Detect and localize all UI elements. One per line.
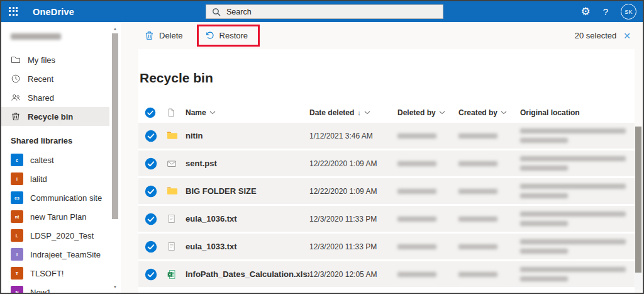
sidebar-nav: My files Recent Shared Recycle bin <box>1 50 121 126</box>
clear-selection-icon[interactable]: ✕ <box>623 31 631 40</box>
deleted-by-redacted <box>397 189 436 194</box>
scroll-up-icon[interactable]: ▲ <box>113 26 118 32</box>
library-label: New1 <box>30 288 51 294</box>
list-scrollbar[interactable] <box>635 127 641 290</box>
sidebar-scrollbar-thumb[interactable] <box>112 33 118 219</box>
settings-gear-icon[interactable]: ⚙ <box>580 6 590 17</box>
file-name[interactable]: nitin <box>186 131 309 140</box>
selected-check-icon[interactable] <box>145 213 157 225</box>
chevron-down-icon <box>364 111 370 115</box>
help-icon[interactable]: ? <box>603 6 608 17</box>
shared-libraries-heading: Shared libraries <box>11 136 121 145</box>
onedrive-window: OneDrive Search ⚙ ? SK My files Recent S… <box>0 0 644 294</box>
selected-check-icon[interactable] <box>145 268 157 281</box>
file-name[interactable]: sent.pst <box>186 159 309 168</box>
sidebar-library-new-tarun-plan[interactable]: nt new Tarun Plan <box>1 207 109 226</box>
site-tile-icon: l <box>11 172 23 185</box>
selected-check-icon[interactable] <box>145 185 157 198</box>
select-all-check-icon[interactable] <box>145 107 156 118</box>
selected-check-icon[interactable] <box>145 130 157 142</box>
account-name-redacted <box>11 33 61 40</box>
chevron-down-icon <box>501 111 507 115</box>
library-label: new Tarun Plan <box>30 212 86 222</box>
column-header-created-by[interactable]: Created by <box>458 108 520 117</box>
sidebar-library-lalitd[interactable]: l lalitd <box>1 169 109 188</box>
sidebar-library-indrajeet-teamsite[interactable]: I Indrajeet_TeamSite <box>1 245 109 264</box>
date-deleted-value: 12/3/2020 11:33 PM <box>309 242 397 251</box>
folder-file-icon <box>164 130 186 142</box>
library-label: TLSOFT! <box>30 269 64 278</box>
scroll-down-icon[interactable]: ▼ <box>113 284 118 290</box>
sidebar-scrollbar[interactable]: ▲ ▼ <box>112 26 118 290</box>
deleted-by-redacted <box>397 161 436 166</box>
avatar-initials: SK <box>625 9 633 15</box>
selected-check-icon[interactable] <box>145 240 157 253</box>
shared-libraries-list: c caltest l lalitd cs Communication site… <box>1 150 121 294</box>
original-location-redacted <box>520 212 635 226</box>
column-header-original-location[interactable]: Original location <box>520 108 635 117</box>
sidebar-item-my-files[interactable]: My files <box>1 50 109 69</box>
library-label: Indrajeet_TeamSite <box>30 250 101 259</box>
library-label: LDSP_2020_Test <box>30 231 94 240</box>
selected-check-icon[interactable] <box>145 157 157 170</box>
main-content: Delete Restore 20 selected ✕ Recycle bin <box>121 22 644 293</box>
date-deleted-value: 12/3/2020 11:33 PM <box>309 215 397 223</box>
deleted-by-redacted <box>397 272 436 277</box>
created-by-redacted <box>458 272 497 277</box>
delete-trash-icon <box>145 31 154 40</box>
sidebar-library-new1[interactable]: N New1 <box>1 283 109 294</box>
column-header-deleted-by[interactable]: Deleted by <box>397 108 458 117</box>
text-file-icon <box>164 241 186 252</box>
restore-button[interactable]: Restore <box>200 27 253 44</box>
app-launcher-icon[interactable] <box>9 7 19 17</box>
restore-undo-icon <box>205 31 214 40</box>
sidebar-item-recycle-bin[interactable]: Recycle bin <box>1 107 109 126</box>
column-header-name[interactable]: Name <box>186 108 309 117</box>
original-location-redacted <box>520 128 635 143</box>
excel-file-icon <box>164 269 186 280</box>
list-scrollbar-thumb[interactable] <box>635 127 641 273</box>
column-header-date-deleted[interactable]: Date deleted ↓ <box>309 108 397 117</box>
sidebar-scrollbar-track[interactable] <box>112 32 118 284</box>
original-location-redacted <box>520 239 635 254</box>
avatar[interactable]: SK <box>621 4 636 20</box>
created-by-redacted <box>458 133 497 139</box>
delete-button[interactable]: Delete <box>140 27 188 44</box>
created-by-redacted <box>458 217 497 222</box>
file-type-column-icon[interactable] <box>166 108 176 118</box>
email-file-icon <box>164 158 186 169</box>
deleted-by-redacted <box>397 133 436 139</box>
file-name[interactable]: eula_1036.txt <box>186 214 309 223</box>
restore-label: Restore <box>219 31 248 40</box>
table-row[interactable]: InfoPath_Dates_Calculation.xlsx 12/3/202… <box>138 261 635 287</box>
file-name[interactable]: eula_1033.txt <box>186 242 309 251</box>
table-header-row: Name Date deleted ↓ Deleted by Created b… <box>138 103 635 123</box>
file-name[interactable]: InfoPath_Dates_Calculation.xlsx <box>186 269 309 279</box>
topbar-actions: ⚙ ? SK <box>580 1 636 22</box>
sidebar-library-communication-site[interactable]: cs Communication site <box>1 188 109 207</box>
selection-count: 20 selected <box>575 31 617 40</box>
table-row[interactable]: BIG FOLDER SIZE 12/22/2020 1:09 AM <box>138 178 635 204</box>
table-row[interactable]: nitin 1/12/2021 3:46 AM <box>138 123 635 149</box>
sidebar-library-ldsp-2020-test[interactable]: L LDSP_2020_Test <box>1 226 109 245</box>
date-deleted-value: 12/3/2020 12:05 AM <box>309 270 397 279</box>
file-name[interactable]: BIG FOLDER SIZE <box>186 186 309 196</box>
table-row[interactable]: eula_1033.txt 12/3/2020 11:33 PM <box>138 234 635 259</box>
search-box[interactable]: Search <box>206 4 443 19</box>
sidebar-library-caltest[interactable]: c caltest <box>1 150 109 169</box>
search-placeholder: Search <box>226 8 252 16</box>
table-row[interactable]: eula_1036.txt 12/3/2020 11:33 PM <box>138 206 635 232</box>
table-row[interactable]: sent.pst 12/22/2020 1:09 AM <box>138 150 635 176</box>
selection-status: 20 selected ✕ <box>575 22 631 49</box>
deleted-by-redacted <box>397 217 436 222</box>
sidebar-item-shared[interactable]: Shared <box>1 88 109 107</box>
recycle-bin-icon <box>11 111 21 122</box>
app-title[interactable]: OneDrive <box>33 7 74 17</box>
search-icon <box>212 8 221 16</box>
site-tile-icon: N <box>11 286 23 294</box>
sidebar-item-recent[interactable]: Recent <box>1 69 109 88</box>
sidebar-library-tlsoft-[interactable]: T TLSOFT! <box>1 264 109 283</box>
original-location-redacted <box>520 156 635 171</box>
date-deleted-value: 12/22/2020 1:09 AM <box>309 187 397 196</box>
site-tile-icon: L <box>11 229 23 242</box>
